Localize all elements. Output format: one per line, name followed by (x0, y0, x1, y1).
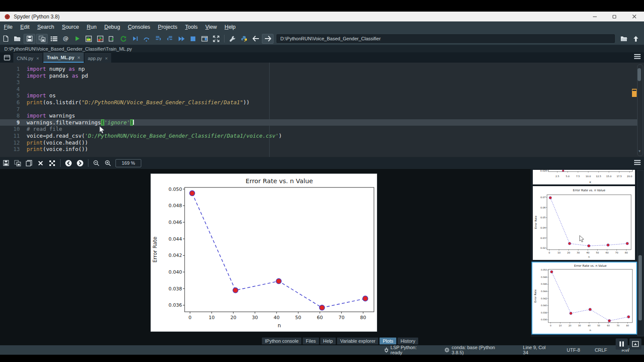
next-plot-icon[interactable] (74, 158, 86, 168)
pause-button[interactable] (616, 338, 628, 350)
code-line-4[interactable]: 4 (0, 86, 637, 93)
symbol-finder-icon[interactable]: @ (60, 33, 71, 44)
code-line-6[interactable]: 6print(os.listdir("D:/PythonRUN/Voice_Ba… (0, 99, 637, 106)
save-all-plots-icon[interactable] (12, 158, 23, 168)
scroll-down-arrow-icon[interactable]: ▼ (638, 149, 641, 153)
save-all-icon[interactable] (36, 34, 48, 44)
new-file-icon[interactable] (0, 33, 12, 44)
run-file-icon[interactable] (71, 33, 83, 44)
close-tab-icon[interactable] (77, 55, 80, 60)
code-line-13[interactable]: 13print(voice.info()) (0, 146, 637, 153)
run-cell-icon[interactable] (83, 33, 94, 44)
main-plot-figure[interactable]: 010203040506070800.0360.0380.0400.0420.0… (151, 174, 377, 332)
menu-debug[interactable]: Debug (100, 24, 124, 30)
minimize-icon[interactable] (585, 12, 605, 21)
maximize-pane-icon[interactable] (210, 33, 222, 44)
menu-run[interactable]: Run (83, 24, 100, 30)
editor-scrollbar[interactable]: ▼ (637, 64, 643, 156)
thumbnail-scrollbar[interactable] (637, 170, 644, 336)
editor-options-menu-icon[interactable] (634, 53, 641, 61)
run-selection-icon[interactable] (106, 33, 118, 44)
close-icon[interactable] (624, 12, 644, 21)
close-tab-icon[interactable] (36, 56, 39, 61)
tab-variable-explorer[interactable]: Variable explorer (337, 338, 378, 344)
debug-file-icon[interactable] (129, 33, 141, 44)
copy-plot-icon[interactable] (23, 158, 35, 168)
zoom-out-icon[interactable] (91, 158, 102, 168)
browse-tabs-icon[interactable] (2, 53, 12, 62)
interpreter-status[interactable]: conda: base (Python 3.8.5) (444, 345, 508, 355)
open-working-dir-icon[interactable] (618, 33, 630, 44)
code-line-5[interactable]: 5import os (0, 92, 637, 99)
file-switcher-icon[interactable] (48, 33, 60, 44)
image-button[interactable] (629, 338, 641, 350)
tab-cnn-py[interactable]: CNN.py (13, 53, 43, 63)
tab-history[interactable]: History (398, 338, 418, 344)
plot-thumbnail-2[interactable]: 010203040506070800.020.030.040.050.060.0… (533, 186, 635, 260)
step-return-icon[interactable] (164, 33, 176, 44)
code-line-10[interactable]: 10# read file (0, 126, 637, 133)
tab-train-ml-py[interactable]: Train_ML.py (43, 52, 84, 63)
code-line-11[interactable]: 11voice=pd.read_csv('D:/PythonRUN/Voice_… (0, 133, 637, 139)
svg-text:60: 60 (317, 315, 323, 320)
tab-plots[interactable]: Plots (380, 338, 396, 344)
menu-tools[interactable]: Tools (181, 24, 201, 30)
step-into-icon[interactable] (152, 33, 164, 44)
code-editor[interactable]: 1import numpy as np2import pandas as pd3… (0, 63, 644, 157)
preferences-wrench-icon[interactable] (227, 33, 238, 44)
close-tab-icon[interactable] (105, 56, 108, 61)
plots-options-menu-icon[interactable] (634, 159, 641, 167)
zoom-in-icon[interactable] (102, 158, 114, 168)
menu-source[interactable]: Source (58, 24, 83, 30)
parent-dir-icon[interactable] (630, 33, 641, 44)
tab-app-py[interactable]: app.py (85, 53, 111, 63)
previous-plot-icon[interactable] (63, 158, 74, 168)
rerun-cell-icon[interactable] (118, 33, 129, 44)
code-area[interactable]: 1import numpy as np2import pandas as pd3… (0, 66, 637, 153)
svg-text:0.05: 0.05 (541, 216, 546, 219)
forward-icon[interactable] (262, 34, 273, 44)
menu-consoles[interactable]: Consoles (124, 24, 154, 30)
svg-text:0.038: 0.038 (169, 286, 182, 292)
menu-view[interactable]: View (201, 24, 221, 30)
menu-projects[interactable]: Projects (154, 24, 181, 30)
plot-thumbnail-3-selected[interactable]: 010203040506070800.0360.0380.0400.0420.0… (532, 262, 637, 335)
code-line-3[interactable]: 3 (0, 79, 637, 86)
continue-execution-icon[interactable] (176, 33, 187, 44)
code-line-2[interactable]: 2import pandas as pd (0, 72, 637, 79)
save-plot-icon[interactable] (0, 158, 12, 168)
thumbnail-scrollbar-thumb[interactable] (638, 255, 642, 320)
restore-icon[interactable] (605, 12, 624, 21)
open-file-icon[interactable] (12, 33, 23, 44)
tab-ipython-console[interactable]: IPython console (262, 338, 301, 344)
code-line-12[interactable]: 12print(voice.head()) (0, 139, 637, 146)
step-over-icon[interactable] (141, 33, 152, 44)
pythonpath-icon[interactable] (238, 33, 250, 44)
menu-edit[interactable]: Edit (16, 24, 33, 30)
save-file-icon[interactable] (24, 34, 35, 44)
breadcrumb: D:\PythonRUN\Voice_Based_Gender_Classifi… (0, 45, 644, 52)
code-text: print(os.listdir("D:/PythonRUN/Voice_Bas… (27, 99, 249, 106)
code-line-7[interactable]: 7 (0, 106, 637, 113)
stop-debugging-icon[interactable] (187, 33, 199, 44)
remove-plot-icon[interactable] (35, 158, 46, 168)
code-line-8[interactable]: 8import warnings (0, 112, 637, 119)
menu-file[interactable]: File (0, 24, 16, 30)
plot-thumbnail-1[interactable]: 2.55.07.510.012.515.017.520.00.028K (533, 170, 635, 184)
tab-files[interactable]: Files (303, 338, 319, 344)
menu-search[interactable]: Search (33, 24, 58, 30)
svg-text:20: 20 (567, 251, 570, 254)
working-directory-input[interactable]: D:\PythonRUN\Voice_Based_Gender_Classifi… (276, 34, 615, 43)
code-warning-marker[interactable] (632, 90, 636, 97)
code-line-9[interactable]: 9warnings.filterwarnings('ignore') (0, 119, 637, 126)
run-cell-advance-icon[interactable] (94, 33, 106, 44)
remove-all-plots-icon[interactable] (46, 158, 58, 168)
code-text: voice=pd.read_csv('D:/PythonRUN/Voice_Ba… (27, 133, 282, 139)
zoom-level-value[interactable]: 169 % (115, 159, 141, 167)
code-line-1[interactable]: 1import numpy as np (0, 66, 637, 72)
menu-help[interactable]: Help (221, 24, 240, 30)
panes-layout-icon[interactable] (199, 33, 210, 44)
editor-scrollbar-thumb[interactable] (638, 68, 641, 81)
tab-help[interactable]: Help (320, 338, 336, 344)
back-icon[interactable] (250, 33, 261, 44)
